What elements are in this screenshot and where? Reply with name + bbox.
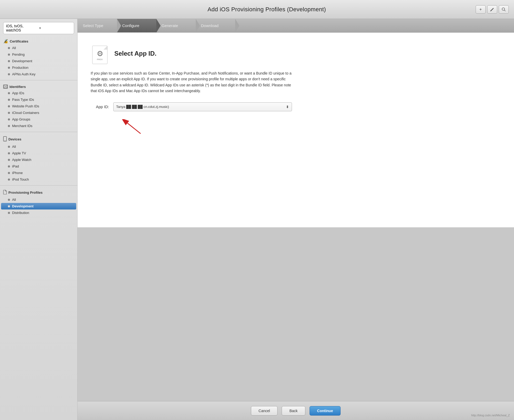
bullet-icon bbox=[8, 199, 10, 201]
bullet-icon bbox=[8, 118, 10, 120]
sidebar-item-merchant-ids[interactable]: Merchant IDs bbox=[0, 123, 77, 129]
section-label-identifiers: Identifiers bbox=[9, 85, 26, 89]
sidebar: iOS, tvOS, watchOS ▼ 🔏 Certificates All … bbox=[0, 19, 78, 420]
platform-dropdown[interactable]: iOS, tvOS, watchOS ▼ bbox=[3, 22, 74, 34]
bullet-icon bbox=[8, 146, 10, 148]
sidebar-item-app-ids[interactable]: App IDs bbox=[0, 90, 77, 96]
bullet-icon bbox=[8, 165, 10, 167]
content-description: If you plan to use services such as Game… bbox=[91, 70, 296, 94]
sidebar-item-devices-all[interactable]: All bbox=[0, 143, 77, 150]
bullet-icon bbox=[8, 99, 10, 101]
sidebar-item-app-groups[interactable]: App Groups bbox=[0, 116, 77, 123]
section-identifiers: ID Identifiers App IDs Pass Type IDs Web… bbox=[0, 82, 77, 129]
bullet-icon bbox=[8, 112, 10, 114]
sidebar-item-pass-type-ids[interactable]: Pass Type IDs bbox=[0, 96, 77, 103]
top-bar: Add iOS Provisioning Profiles (Developme… bbox=[0, 0, 514, 19]
add-button[interactable]: + bbox=[476, 5, 486, 14]
gray-area bbox=[78, 227, 514, 401]
identifiers-icon: ID bbox=[3, 85, 8, 89]
bullet-icon bbox=[8, 152, 10, 154]
content-title: Select App ID. bbox=[114, 50, 156, 57]
section-header-devices: Devices bbox=[0, 134, 77, 143]
section-provisioning-profiles: Provisioning Profiles All Development Di… bbox=[0, 187, 77, 216]
section-header-certificates: 🔏 Certificates bbox=[0, 36, 77, 45]
svg-line-1 bbox=[505, 10, 506, 11]
section-certificates: 🔏 Certificates All Pending Development P… bbox=[0, 36, 77, 77]
search-button[interactable] bbox=[499, 5, 509, 14]
sidebar-item-ipod-touch[interactable]: iPod Touch bbox=[0, 176, 77, 183]
svg-point-3 bbox=[5, 140, 5, 141]
prov-icon-label: PROV bbox=[97, 59, 103, 60]
step-generate[interactable]: Generate bbox=[156, 19, 196, 32]
cancel-button[interactable]: Cancel bbox=[251, 406, 278, 416]
step-select-type-label: Select Type bbox=[83, 23, 103, 28]
step-configure[interactable]: Configure bbox=[117, 19, 156, 32]
step-generate-label: Generate bbox=[162, 23, 178, 28]
section-label-devices: Devices bbox=[8, 137, 21, 141]
sidebar-divider-3 bbox=[0, 185, 77, 186]
gear-icon: ⚙ bbox=[97, 49, 103, 58]
bottom-bar: Cancel Back Continue bbox=[78, 401, 514, 420]
page-title: Add iOS Provisioning Profiles (Developme… bbox=[58, 6, 476, 13]
chevron-select-icon: ⬍ bbox=[286, 105, 289, 109]
content-area: Select Type Configure Generate Download … bbox=[78, 19, 514, 420]
main-layout: iOS, tvOS, watchOS ▼ 🔏 Certificates All … bbox=[0, 19, 514, 420]
edit-button[interactable] bbox=[487, 5, 497, 14]
sidebar-item-icloud-containers[interactable]: iCloud Containers bbox=[0, 109, 77, 116]
app-id-value: Tanya ██ ██ ██ cn.cdut.zj.music) bbox=[116, 105, 169, 109]
content-panel: ⚙ PROV Select App ID. If you plan to use… bbox=[78, 33, 514, 227]
chevron-down-icon: ▼ bbox=[39, 27, 71, 30]
content-header: ⚙ PROV Select App ID. bbox=[91, 43, 501, 64]
bullet-icon bbox=[8, 92, 10, 94]
certificates-icon: 🔏 bbox=[3, 39, 8, 44]
continue-button[interactable]: Continue bbox=[310, 406, 341, 416]
sidebar-item-prov-development[interactable]: Development bbox=[1, 203, 76, 209]
bullet-icon bbox=[8, 125, 10, 127]
step-configure-label: Configure bbox=[122, 23, 139, 28]
sidebar-item-cert-production[interactable]: Production bbox=[0, 64, 77, 71]
sidebar-divider bbox=[0, 80, 77, 80]
app-id-select[interactable]: Tanya ██ ██ ██ cn.cdut.zj.music) ⬍ bbox=[113, 102, 292, 111]
bullet-icon bbox=[8, 47, 10, 49]
sidebar-item-ipad[interactable]: iPad bbox=[0, 163, 77, 170]
steps-bar: Select Type Configure Generate Download bbox=[78, 19, 514, 33]
bullet-icon bbox=[8, 212, 10, 214]
bullet-icon bbox=[8, 159, 10, 161]
back-button[interactable]: Back bbox=[282, 406, 305, 416]
section-header-identifiers: ID Identifiers bbox=[0, 82, 77, 90]
step-select-type[interactable]: Select Type bbox=[78, 19, 117, 32]
sidebar-item-apple-watch[interactable]: Apple Watch bbox=[0, 156, 77, 163]
sidebar-item-iphone[interactable]: iPhone bbox=[0, 170, 77, 176]
section-label-provisioning: Provisioning Profiles bbox=[8, 191, 43, 195]
prov-icon-paper: ⚙ PROV bbox=[92, 46, 107, 64]
sidebar-item-prov-distribution[interactable]: Distribution bbox=[0, 209, 77, 216]
section-devices: Devices All Apple TV Apple Watch iPad iP… bbox=[0, 134, 77, 183]
sidebar-item-cert-all[interactable]: All bbox=[0, 45, 77, 51]
sidebar-item-cert-development[interactable]: Development bbox=[0, 58, 77, 64]
step-download[interactable]: Download bbox=[196, 19, 235, 32]
provisioning-icon bbox=[3, 190, 7, 195]
sidebar-item-apple-tv[interactable]: Apple TV bbox=[0, 150, 77, 156]
bullet-icon bbox=[8, 67, 10, 69]
platform-dropdown-label: iOS, tvOS, watchOS bbox=[6, 24, 39, 32]
devices-icon bbox=[3, 136, 7, 142]
watermark: http://blog.csdn.net/Micheal_Z bbox=[471, 414, 510, 417]
app-id-row: App ID: Tanya ██ ██ ██ cn.cdut.zj.music)… bbox=[91, 102, 501, 111]
bullet-icon bbox=[8, 60, 10, 62]
bullet-icon bbox=[8, 105, 10, 107]
bullet-icon bbox=[8, 178, 10, 181]
section-header-provisioning: Provisioning Profiles bbox=[0, 187, 77, 196]
sidebar-item-cert-apns[interactable]: APNs Auth Key bbox=[0, 71, 77, 77]
bullet-icon bbox=[8, 205, 10, 207]
bullet-icon bbox=[8, 73, 10, 75]
top-bar-actions: + bbox=[476, 5, 509, 14]
sidebar-item-prov-all[interactable]: All bbox=[0, 196, 77, 203]
sidebar-item-website-push-ids[interactable]: Website Push IDs bbox=[0, 103, 77, 109]
svg-line-5 bbox=[127, 123, 141, 134]
sidebar-item-cert-pending[interactable]: Pending bbox=[0, 51, 77, 58]
app-id-label: App ID: bbox=[91, 104, 109, 109]
step-download-label: Download bbox=[201, 23, 219, 28]
bullet-icon bbox=[8, 54, 10, 56]
sidebar-divider-2 bbox=[0, 132, 77, 132]
bullet-icon bbox=[8, 172, 10, 174]
